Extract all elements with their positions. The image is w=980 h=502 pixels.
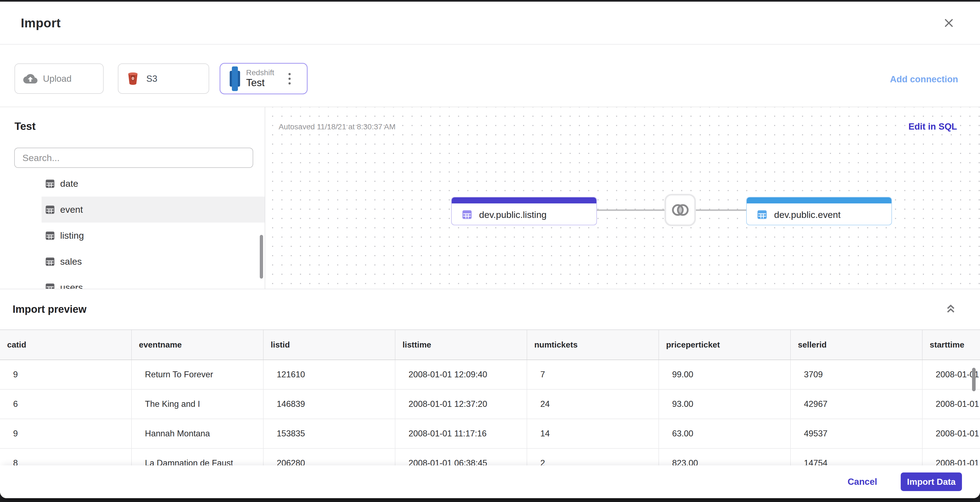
autosaved-status: Autosaved 11/18/21 at 8:30:37 AM — [278, 122, 396, 131]
s3-label: S3 — [146, 73, 157, 84]
cancel-button[interactable]: Cancel — [848, 477, 877, 487]
table-row: 6 The King and I 146839 2008-01-01 12:37… — [0, 390, 980, 419]
dialog-footer: Cancel Import Data — [0, 465, 980, 498]
node-dev-public-listing[interactable]: dev.public.listing — [451, 197, 597, 225]
table-row: 9 Hannah Montana 153835 2008-01-01 11:17… — [0, 419, 980, 449]
preview-title: Import preview — [13, 303, 86, 315]
upload-cloud-icon — [23, 71, 37, 86]
sidebar-item-date[interactable]: date — [0, 171, 265, 197]
redshift-kebab-menu-icon[interactable] — [288, 73, 291, 84]
import-preview-section: Import preview catid eventname listid li… — [0, 289, 980, 465]
main-area: Test date event listing sales — [0, 106, 980, 289]
sidebar-title: Test — [14, 120, 35, 132]
column-header[interactable]: listid — [264, 330, 395, 359]
import-dialog: Import Upload S3 — [0, 2, 980, 498]
table-grid-icon — [45, 283, 55, 289]
column-header[interactable]: priceperticket — [659, 330, 791, 359]
table-row: 8 La Damnation de Faust 206280 2008-01-0… — [0, 449, 980, 465]
close-button[interactable] — [942, 16, 956, 30]
redshift-type-label: Redshift — [246, 68, 274, 77]
source-card-s3[interactable]: S3 — [118, 64, 209, 94]
preview-table-header-row: catid eventname listid listtime numticke… — [0, 329, 980, 360]
table-grid-icon — [45, 230, 55, 241]
column-header[interactable]: sellerid — [791, 330, 923, 359]
column-header[interactable]: listtime — [395, 330, 527, 359]
edge-join-event — [695, 210, 746, 211]
dialog-title: Import — [21, 16, 61, 30]
close-icon — [943, 17, 955, 29]
column-header[interactable]: catid — [0, 330, 132, 359]
add-connection-link[interactable]: Add connection — [890, 74, 958, 84]
column-header[interactable]: starttime — [923, 330, 980, 359]
table-grid-icon — [757, 209, 768, 220]
upload-label: Upload — [43, 73, 72, 84]
node-accent-bar — [747, 197, 891, 203]
edge-listing-join — [597, 210, 665, 211]
preview-table: catid eventname listid listtime numticke… — [0, 329, 980, 465]
collapse-preview-button[interactable] — [944, 303, 958, 316]
table-row: 9 Return To Forever 121610 2008-01-01 12… — [0, 360, 980, 390]
preview-scrollbar[interactable] — [972, 368, 975, 391]
table-list: date event listing sales users — [0, 171, 265, 289]
table-grid-icon — [45, 256, 55, 267]
edit-in-sql-link[interactable]: Edit in SQL — [908, 121, 957, 132]
sidebar-scrollbar[interactable] — [260, 235, 263, 279]
chevrons-up-icon — [945, 303, 957, 315]
source-card-upload[interactable]: Upload — [14, 64, 103, 94]
dialog-header: Import — [0, 2, 980, 44]
sidebar-item-listing[interactable]: listing — [0, 222, 265, 249]
flow-canvas[interactable]: Autosaved 11/18/21 at 8:30:37 AM Edit in… — [265, 107, 980, 289]
venn-join-icon — [670, 202, 691, 218]
node-dev-public-event[interactable]: dev.public.event — [746, 197, 892, 225]
source-card-redshift-test[interactable]: Redshift Test — [220, 63, 308, 94]
join-node[interactable] — [665, 194, 696, 226]
search-input[interactable] — [14, 148, 253, 168]
node-accent-bar — [452, 197, 597, 203]
tables-sidebar: Test date event listing sales — [0, 107, 265, 289]
redshift-connection-name: Test — [246, 77, 274, 89]
sidebar-item-sales[interactable]: sales — [0, 249, 265, 275]
column-header[interactable]: eventname — [132, 330, 264, 359]
table-grid-icon — [45, 178, 55, 189]
table-grid-icon — [45, 205, 55, 215]
sidebar-item-users[interactable]: users — [0, 275, 265, 289]
s3-bucket-icon — [127, 71, 139, 86]
column-header[interactable]: numtickets — [527, 330, 659, 359]
preview-header: Import preview — [0, 289, 980, 329]
redshift-icon — [230, 67, 240, 91]
import-data-button[interactable]: Import Data — [901, 472, 962, 491]
table-grid-icon — [461, 209, 473, 220]
sidebar-item-event[interactable]: event — [41, 197, 265, 222]
source-cards-row: Upload S3 Redshift Test Add connection — [0, 44, 980, 106]
